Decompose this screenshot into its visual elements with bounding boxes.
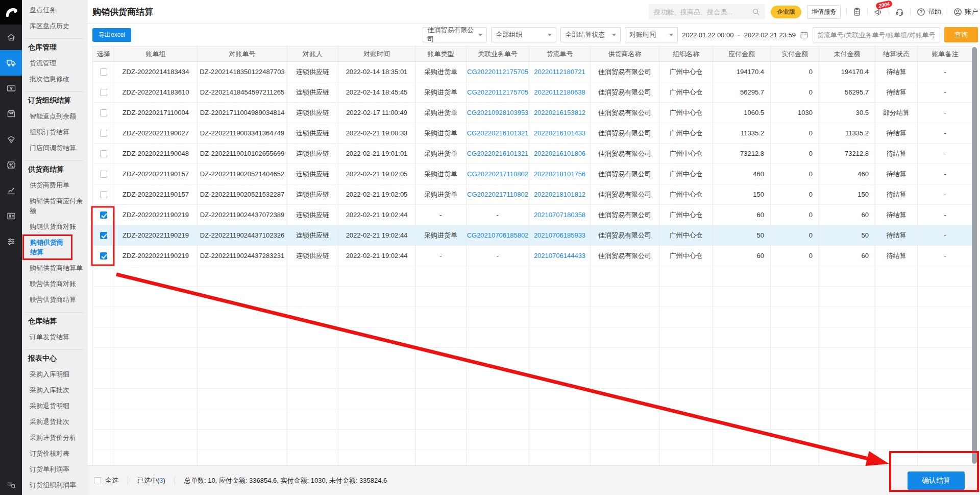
export-excel-button[interactable]: 导出excel <box>92 28 131 42</box>
row-checkbox[interactable] <box>100 211 107 219</box>
sidebar-item[interactable]: 采购入库明细 <box>22 366 88 382</box>
help-button[interactable]: 帮助 <box>916 7 941 17</box>
value-added-services-button[interactable]: 增值服务 <box>807 5 841 19</box>
sidebar-item[interactable]: 供货商费用单 <box>22 177 88 193</box>
row-checkbox[interactable] <box>100 232 107 239</box>
org-select[interactable]: 全部组织 <box>491 27 556 42</box>
table-row[interactable]: ZDZ-20220217110004DZ-2202171100498903481… <box>93 103 972 123</box>
sidebar-item[interactable]: 购销供货商结算 <box>22 234 72 260</box>
table-row[interactable]: ZDZ-20220214183610DZ-2202141845459721126… <box>93 82 972 103</box>
sidebar-item[interactable]: 订单发货结算 <box>22 329 88 345</box>
cell-status: 待结算 <box>875 164 918 184</box>
row-checkbox[interactable] <box>100 89 107 96</box>
select-all-checkbox[interactable] <box>94 477 101 484</box>
row-checkbox[interactable] <box>100 171 107 178</box>
date-range-picker[interactable]: 2022.01.22 00:00 - 2022.02.21 23:59 <box>682 31 808 39</box>
row-checkbox[interactable] <box>100 191 107 198</box>
table-row[interactable]: ZDZ-20220221190157DZ-2202211902052140465… <box>93 164 972 184</box>
sidebar-item[interactable]: 采购退货明细 <box>22 398 88 414</box>
sidebar-item[interactable]: 采购退货批次 <box>22 414 88 430</box>
sidebar-item[interactable]: 采购进货价分析 <box>22 430 88 445</box>
sidebar-item[interactable]: 批次信息修改 <box>22 71 88 87</box>
rail-item-settings[interactable] <box>0 229 22 254</box>
table-row[interactable]: ZDZ-20220221190219DZ-2202211902443710232… <box>93 225 972 246</box>
rail-item-member[interactable] <box>0 127 22 152</box>
sidebar-item[interactable]: 联营供货商结算 <box>22 292 88 308</box>
sidebar-item[interactable]: 门店间调货结算 <box>22 140 88 156</box>
account-button[interactable]: 账户 <box>953 7 978 17</box>
confirm-settle-button[interactable]: 确认结算 <box>908 472 965 490</box>
sidebar-item[interactable]: 购销供货商对账 <box>22 219 88 234</box>
sidebar-item[interactable]: 购销供货商应付余额 <box>22 193 88 219</box>
sidebar-item[interactable]: 库区盘点历史 <box>22 18 88 34</box>
edition-badge[interactable]: 企业版 <box>771 6 801 18</box>
row-checkbox[interactable] <box>100 109 107 116</box>
selected-count-text: 已选中(3) <box>137 476 165 485</box>
row-checkbox[interactable] <box>100 68 107 76</box>
table-row[interactable]: ZDZ-20220221190027DZ-2202211900334136474… <box>93 123 972 144</box>
cell-biz_no[interactable]: CG20220216101321 <box>467 144 529 164</box>
rail-item-staff[interactable] <box>0 203 22 229</box>
table-row[interactable]: ZDZ-20220221190219DZ-2202211902443707238… <box>93 205 972 225</box>
cell-flow_no[interactable]: 20220216101433 <box>529 123 591 144</box>
column-header: 关联业务单号 <box>467 46 529 62</box>
cell-flow_no[interactable]: 20220218101812 <box>529 184 591 205</box>
sidebar-item[interactable]: 货流管理 <box>22 55 88 71</box>
sidebar-item[interactable]: 盘点任务 <box>22 2 88 18</box>
global-search[interactable] <box>649 4 765 19</box>
sidebar-item[interactable]: 订货组织利润率 <box>22 477 88 493</box>
row-checkbox[interactable] <box>100 252 107 260</box>
table-row[interactable]: ZDZ-20220221190157DZ-2202211902052153228… <box>93 184 972 205</box>
rail-item-logistics[interactable] <box>0 50 22 76</box>
cell-biz_no[interactable]: CG20220112175705 <box>467 82 529 103</box>
sidebar-item[interactable]: 采购入库批次 <box>22 382 88 398</box>
announcements-button[interactable]: 2004 <box>873 7 883 17</box>
company-select[interactable]: 佳润贸易有限公司 <box>423 27 487 42</box>
row-checkbox[interactable] <box>100 150 107 157</box>
tasks-button[interactable] <box>852 7 862 16</box>
cell-flow_no[interactable]: 20220112180721 <box>529 62 591 82</box>
order-search-input[interactable] <box>813 27 940 42</box>
filter-bar: 佳润贸易有限公司 全部组织 全部结算状态 对账时间 2022.01.22 00:… <box>423 27 978 42</box>
rail-item-report[interactable] <box>0 178 22 203</box>
table-row[interactable]: ZDZ-20220221190219DZ-2202211902443728323… <box>93 246 972 266</box>
search-icon <box>752 8 760 16</box>
cell-biz_no: - <box>467 246 529 266</box>
cell-flow_no[interactable]: 20210707180358 <box>529 205 591 225</box>
cell-flow_no[interactable]: 20220218101756 <box>529 164 591 184</box>
customer-service-button[interactable] <box>895 7 904 17</box>
cell-biz_no[interactable]: CG20220217110802 <box>467 184 529 205</box>
cell-flow_no[interactable]: 20210706144433 <box>529 246 591 266</box>
global-search-input[interactable] <box>654 8 752 16</box>
vertical-scrollbar[interactable] <box>972 47 977 464</box>
cell-biz_no[interactable]: CG20220216101321 <box>467 123 529 144</box>
cell-biz_no[interactable]: CG20210706185802 <box>467 225 529 246</box>
rail-item-promotion[interactable] <box>0 152 22 178</box>
sidebar-item[interactable]: 组织订货结算 <box>22 124 88 140</box>
table-row[interactable]: ZDZ-20220221190048DZ-2202211901010265569… <box>93 144 972 164</box>
query-button[interactable]: 查询 <box>944 27 978 42</box>
cell-biz_no[interactable]: CG20220217110802 <box>467 164 529 184</box>
sidebar-item[interactable]: 订货价核对表 <box>22 445 88 461</box>
cell-flow_no[interactable]: 20220112180638 <box>529 82 591 103</box>
rail-item-home[interactable] <box>0 25 22 50</box>
column-header: 账单备注 <box>918 46 972 62</box>
rail-item-finance[interactable] <box>0 76 22 101</box>
sidebar-item[interactable]: 购销供货商结算单 <box>22 260 88 276</box>
cell-biz_no[interactable]: CG20220112175705 <box>467 62 529 82</box>
app-logo[interactable] <box>0 0 22 25</box>
rail-item-goods[interactable] <box>0 101 22 127</box>
sidebar-item[interactable]: 订货单利润率 <box>22 461 88 477</box>
row-checkbox[interactable] <box>100 130 107 137</box>
cell-flow_no[interactable]: 20220216153812 <box>529 103 591 123</box>
settle-status-select[interactable]: 全部结算状态 <box>560 27 621 42</box>
cell-flow_no[interactable]: 20210706185933 <box>529 225 591 246</box>
rail-item-menu-search[interactable] <box>0 480 22 490</box>
time-type-select[interactable]: 对账时间 <box>625 27 678 42</box>
home-icon <box>6 32 16 42</box>
sidebar-item[interactable]: 智能返点到余额 <box>22 108 88 124</box>
sidebar-item[interactable]: 联营供货商对账 <box>22 276 88 292</box>
cell-flow_no[interactable]: 20220216101806 <box>529 144 591 164</box>
table-row[interactable]: ZDZ-20220214183434DZ-2202141835012248770… <box>93 62 972 82</box>
cell-biz_no[interactable]: CG20210928103953 <box>467 103 529 123</box>
